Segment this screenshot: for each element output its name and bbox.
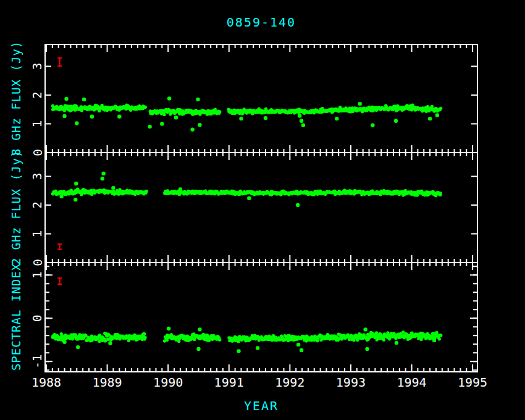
panel-frame bbox=[45, 262, 477, 372]
outlier-point bbox=[298, 114, 301, 117]
outlier-point bbox=[101, 172, 105, 175]
data-point bbox=[218, 110, 221, 113]
outlier-point bbox=[62, 340, 66, 344]
y-tick-label: -1 bbox=[31, 355, 44, 369]
outlier-point bbox=[82, 98, 86, 101]
outlier-point bbox=[300, 119, 303, 123]
outlier-point bbox=[75, 121, 78, 125]
outlier-point bbox=[296, 203, 300, 207]
data-point bbox=[144, 106, 147, 109]
outlier-point bbox=[395, 341, 398, 345]
data-point bbox=[430, 105, 434, 108]
outlier-point bbox=[74, 198, 77, 201]
data-point bbox=[382, 338, 385, 342]
data-point bbox=[143, 336, 146, 339]
y-tick-label: 2 bbox=[31, 91, 44, 98]
x-axis-label: YEAR bbox=[45, 398, 477, 413]
outlier-point bbox=[198, 123, 201, 127]
outlier-point bbox=[365, 347, 369, 351]
outlier-point bbox=[358, 102, 362, 106]
outlier-point bbox=[160, 122, 164, 125]
data-point bbox=[439, 107, 442, 110]
x-tick-label: 1995 bbox=[458, 375, 487, 390]
outlier-point bbox=[296, 343, 300, 346]
outlier-point bbox=[239, 117, 243, 120]
outlier-point bbox=[74, 182, 78, 185]
outlier-point bbox=[108, 342, 112, 345]
outlier-point bbox=[76, 345, 80, 349]
outlier-point bbox=[394, 119, 398, 123]
data-point bbox=[439, 334, 442, 337]
data-point bbox=[145, 190, 148, 193]
outlier-point bbox=[247, 196, 251, 200]
y-tick-label: 0 bbox=[31, 149, 44, 156]
x-tick-label: 1991 bbox=[214, 375, 244, 390]
outlier-point bbox=[101, 177, 104, 180]
outlier-point bbox=[428, 117, 432, 120]
panel-frame bbox=[45, 153, 477, 262]
data-point bbox=[375, 331, 378, 334]
outlier-point bbox=[59, 195, 63, 198]
outlier-point bbox=[435, 113, 439, 117]
outlier-point bbox=[363, 327, 367, 331]
panel-frame bbox=[45, 44, 477, 153]
y-tick-label: 0 bbox=[31, 259, 44, 266]
outlier-point bbox=[167, 96, 171, 100]
outlier-point bbox=[198, 327, 201, 331]
y-tick-label: 0 bbox=[31, 315, 44, 322]
data-point bbox=[143, 332, 146, 335]
outlier-point bbox=[111, 186, 115, 190]
x-tick-label: 1994 bbox=[397, 375, 426, 390]
y-tick-label: 3 bbox=[31, 173, 44, 180]
outlier-point bbox=[148, 125, 151, 128]
outlier-point bbox=[178, 187, 182, 191]
outlier-point bbox=[301, 124, 305, 127]
data-point bbox=[162, 113, 166, 116]
outlier-point bbox=[167, 327, 170, 330]
x-tick-label: 1988 bbox=[32, 375, 61, 390]
outlier-point bbox=[196, 98, 200, 101]
outlier-point bbox=[432, 338, 436, 342]
y-tick-label: 1 bbox=[31, 272, 44, 279]
outlier-point bbox=[264, 116, 267, 120]
outlier-point bbox=[371, 124, 374, 127]
x-tick-label: 1990 bbox=[153, 375, 183, 390]
data-point bbox=[439, 191, 442, 195]
outlier-point bbox=[62, 114, 66, 118]
y-tick-label: 1 bbox=[31, 120, 44, 127]
data-point bbox=[218, 338, 221, 342]
outlier-point bbox=[174, 116, 178, 119]
y-tick-label: 1 bbox=[31, 230, 44, 237]
data-point bbox=[193, 338, 196, 341]
outlier-point bbox=[300, 348, 303, 352]
data-point bbox=[438, 337, 441, 340]
light-curve-screen: 0859-140 8 GHz FLUX (Jy) 2 GHz FLUX (Jy)… bbox=[0, 0, 525, 420]
outlier-point bbox=[64, 97, 68, 101]
x-tick-label: 1989 bbox=[93, 375, 122, 390]
outlier-point bbox=[190, 128, 194, 132]
outlier-point bbox=[335, 117, 338, 120]
x-tick-label: 1993 bbox=[336, 375, 366, 390]
outlier-point bbox=[237, 349, 240, 353]
outlier-point bbox=[196, 347, 200, 351]
light-curve-plot: 01230123-1011988198919901991199219931994… bbox=[0, 0, 525, 420]
x-tick-label: 1992 bbox=[275, 375, 304, 390]
y-tick-label: 2 bbox=[31, 201, 44, 208]
outlier-point bbox=[117, 115, 121, 119]
outlier-point bbox=[90, 115, 94, 119]
outlier-point bbox=[256, 346, 259, 350]
y-tick-label: 3 bbox=[31, 63, 44, 70]
